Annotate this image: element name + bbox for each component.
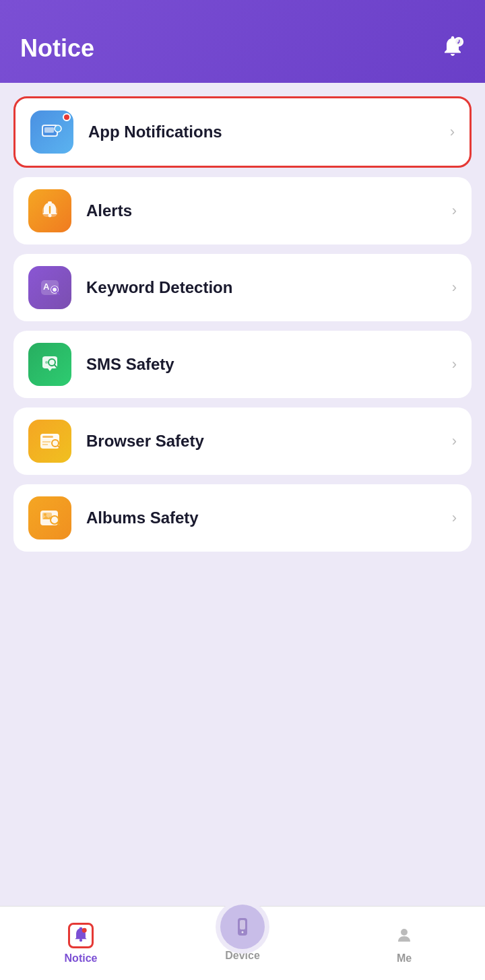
- browser-safety-label: Browser Safety: [86, 432, 445, 451]
- device-bubble-inner: [220, 905, 265, 949]
- me-nav-icon: [391, 923, 417, 948]
- svg-point-36: [401, 929, 408, 936]
- header: Notice: [0, 0, 485, 83]
- sms-safety-item[interactable]: SMS Safety ›: [13, 331, 472, 398]
- notice-nav-icon: [68, 923, 94, 948]
- svg-rect-31: [79, 927, 82, 929]
- sms-safety-label: SMS Safety: [86, 355, 445, 374]
- keyword-detection-label: Keyword Detection: [86, 278, 445, 297]
- chevron-right-icon: ›: [452, 202, 457, 220]
- sms-icon: [28, 343, 71, 386]
- albums-icon: [28, 496, 71, 540]
- keyword-detection-item[interactable]: A Keyword Detection ›: [13, 254, 472, 321]
- svg-line-29: [57, 523, 59, 525]
- svg-text:A: A: [43, 282, 50, 292]
- page-title: Notice: [20, 34, 94, 63]
- alerts-icon: [28, 189, 71, 232]
- chevron-right-icon: ›: [452, 279, 457, 296]
- nav-notice[interactable]: Notice: [0, 916, 162, 971]
- albums-safety-label: Albums Safety: [86, 509, 445, 527]
- svg-point-6: [48, 214, 52, 218]
- bell-settings-icon[interactable]: [441, 34, 465, 63]
- svg-rect-34: [240, 920, 245, 929]
- keyword-icon: A: [28, 266, 71, 309]
- chevron-right-icon: ›: [452, 509, 457, 527]
- svg-point-30: [79, 938, 82, 941]
- svg-point-35: [242, 931, 244, 933]
- svg-point-17: [45, 361, 48, 364]
- browser-icon: [28, 420, 71, 463]
- svg-point-27: [44, 513, 46, 516]
- nav-device[interactable]: Device: [162, 919, 323, 969]
- svg-point-9: [49, 212, 51, 214]
- me-nav-label: Me: [397, 952, 412, 965]
- svg-line-24: [58, 446, 59, 447]
- device-bubble: [216, 900, 269, 954]
- content-area: App Notifications › Alerts › A: [0, 83, 485, 906]
- chevron-right-icon: ›: [452, 356, 457, 373]
- chevron-right-icon: ›: [452, 432, 457, 450]
- app-notifications-item[interactable]: App Notifications ›: [13, 96, 472, 168]
- svg-point-3: [55, 125, 61, 132]
- albums-safety-item[interactable]: Albums Safety ›: [13, 484, 472, 552]
- svg-point-32: [82, 927, 87, 932]
- alerts-item[interactable]: Alerts ›: [13, 177, 472, 244]
- app-notif-icon: [30, 110, 73, 154]
- svg-rect-20: [42, 436, 53, 438]
- svg-rect-7: [48, 201, 52, 203]
- browser-safety-item[interactable]: Browser Safety ›: [13, 407, 472, 475]
- notice-nav-label: Notice: [65, 952, 98, 965]
- svg-rect-4: [44, 127, 54, 133]
- bottom-navigation: Notice Device Me: [0, 906, 485, 980]
- app-notifications-label: App Notifications: [88, 123, 443, 141]
- chevron-right-icon: ›: [450, 123, 455, 141]
- nav-me[interactable]: Me: [323, 916, 485, 971]
- alerts-label: Alerts: [86, 201, 445, 220]
